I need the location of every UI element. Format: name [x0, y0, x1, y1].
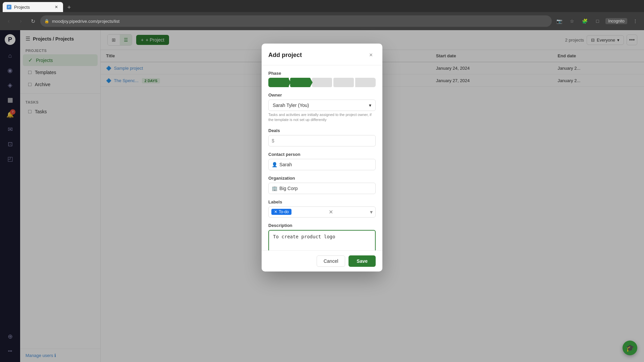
url-text: moodjoy.pipedrive.com/projects/list — [52, 19, 119, 24]
deals-icon: $ — [272, 138, 274, 143]
deals-input[interactable] — [268, 135, 376, 146]
toolbar-right: 📷 ☆ 🧩 □ Incognito ⋮ — [554, 16, 640, 26]
todo-tag-remove[interactable]: ✕ — [274, 209, 277, 214]
phase-step-3[interactable] — [312, 78, 332, 87]
labels-label: Labels — [268, 199, 376, 204]
camera-icon[interactable]: 📷 — [554, 16, 564, 26]
organization-input[interactable] — [268, 183, 376, 194]
phase-step-1[interactable] — [268, 78, 289, 87]
labels-select[interactable]: ✕ To-do ✕ ▾ — [268, 206, 376, 218]
forward-button[interactable]: › — [16, 16, 25, 26]
cancel-button[interactable]: Cancel — [317, 255, 345, 267]
help-fab-button[interactable]: 🎓 — [623, 341, 637, 355]
modal-close-button[interactable]: × — [366, 50, 376, 60]
back-button[interactable]: ‹ — [4, 16, 13, 26]
owner-label: Owner — [268, 93, 376, 98]
contact-person-icon: 👤 — [272, 162, 277, 167]
owner-select[interactable]: Sarah Tyler (You) ▾ — [268, 100, 376, 111]
contact-person-input[interactable] — [268, 159, 376, 170]
organization-input-wrapper: 🏢 — [268, 183, 376, 194]
modal-overlay[interactable]: Add project × Phase Owner Sarah Tyler — [0, 30, 644, 362]
labels-dropdown-icon[interactable]: ▾ — [370, 209, 373, 215]
browser-toolbar: ‹ › ↻ 🔒 moodjoy.pipedrive.com/projects/l… — [0, 12, 644, 30]
phase-step-5[interactable] — [355, 78, 376, 87]
organization-label: Organization — [268, 176, 376, 181]
owner-dropdown-arrow: ▾ — [369, 103, 371, 108]
phase-group: Phase — [268, 71, 376, 87]
phase-step-4[interactable] — [333, 78, 354, 87]
modal-title: Add project — [268, 52, 302, 59]
todo-tag: ✕ To-do — [271, 209, 291, 215]
extensions-icon[interactable]: 🧩 — [580, 16, 589, 26]
bookmark-star-icon[interactable]: ☆ — [567, 16, 577, 26]
lock-icon: 🔒 — [44, 19, 49, 23]
help-fab-icon: 🎓 — [626, 344, 634, 352]
todo-tag-label: To-do — [279, 209, 289, 214]
labels-group: Labels ✕ To-do ✕ ▾ — [268, 199, 376, 218]
deals-input-wrapper: $ — [268, 135, 376, 146]
labels-clear-icon[interactable]: ✕ — [329, 209, 333, 215]
organization-group: Organization 🏢 — [268, 176, 376, 194]
menu-icon[interactable]: ⋮ — [631, 16, 640, 26]
browser-chrome: P Projects ✕ + ‹ › ↻ 🔒 moodjoy.pipedrive… — [0, 0, 644, 30]
browser-tabs: P Projects ✕ + — [0, 0, 644, 12]
profile-icon[interactable]: □ — [593, 16, 602, 26]
new-tab-button[interactable]: + — [64, 3, 74, 12]
active-tab[interactable]: P Projects ✕ — [3, 2, 63, 12]
tab-favicon: P — [7, 5, 11, 9]
description-group: Description To create product logo — [268, 223, 376, 250]
owner-value: Sarah Tyler (You) — [273, 103, 309, 108]
phase-label: Phase — [268, 71, 376, 76]
description-label: Description — [268, 223, 376, 228]
organization-icon: 🏢 — [272, 186, 277, 191]
add-project-modal: Add project × Phase Owner Sarah Tyler — [262, 44, 382, 272]
contact-person-group: Contact person 👤 — [268, 152, 376, 170]
save-button[interactable]: Save — [348, 255, 376, 267]
phase-step-2[interactable] — [290, 78, 311, 87]
deals-label: Deals — [268, 128, 376, 133]
modal-header: Add project × — [262, 44, 382, 65]
owner-hint: Tasks and activities are initially assig… — [268, 112, 376, 123]
deals-group: Deals $ — [268, 128, 376, 146]
reload-button[interactable]: ↻ — [28, 16, 38, 26]
address-bar[interactable]: 🔒 moodjoy.pipedrive.com/projects/list — [40, 15, 552, 27]
owner-group: Owner Sarah Tyler (You) ▾ Tasks and acti… — [268, 93, 376, 123]
incognito-badge: Incognito — [605, 18, 627, 24]
contact-input-wrapper: 👤 — [268, 159, 376, 170]
contact-person-label: Contact person — [268, 152, 376, 157]
tab-close-button[interactable]: ✕ — [54, 4, 59, 10]
modal-body: Phase Owner Sarah Tyler (You) ▾ Tasks an… — [262, 65, 382, 250]
tab-label: Projects — [14, 5, 30, 10]
phase-bar[interactable] — [268, 78, 376, 87]
description-textarea[interactable]: To create product logo — [268, 230, 376, 250]
modal-footer: Cancel Save — [262, 250, 382, 272]
